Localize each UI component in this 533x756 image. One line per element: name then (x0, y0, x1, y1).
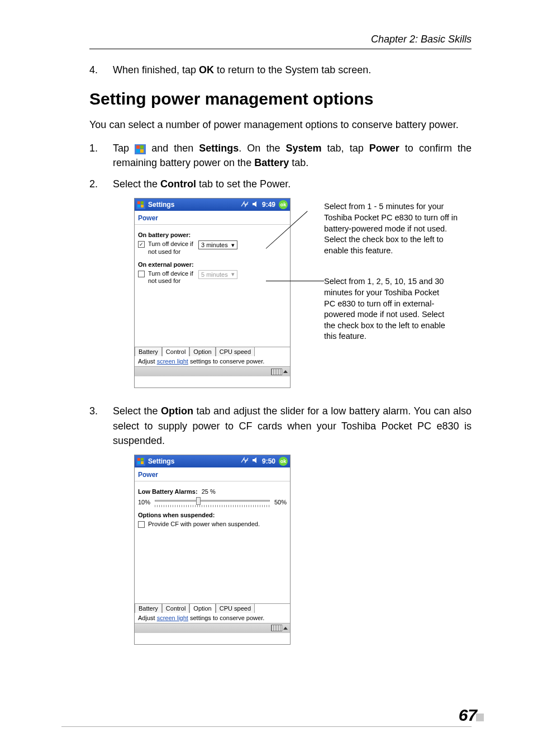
pda-tabs: Battery Control Option CPU speed (135, 603, 290, 613)
connectivity-icon[interactable] (241, 201, 249, 209)
text: . On the (239, 143, 285, 154)
connectivity-icon[interactable] (241, 457, 249, 465)
screen-light-link[interactable]: screen light (157, 615, 188, 621)
battery-minutes-dropdown[interactable]: 3 minutes ▾ (198, 240, 237, 249)
slider-min-label: 10% (138, 499, 150, 505)
step-1: 1. Tap and then Settings. On the System … (89, 141, 472, 170)
clock-text: 9:49 (262, 201, 275, 209)
pda-subtitle: Power (135, 467, 290, 481)
step-3: 3. Select the Option tab and adjust the … (89, 404, 472, 447)
volume-icon[interactable] (252, 201, 259, 209)
text: tab, tap (322, 143, 369, 154)
svg-rect-1 (136, 145, 140, 149)
clock-text: 9:50 (262, 457, 275, 465)
tab-option[interactable]: Option (189, 347, 215, 356)
external-turnoff-checkbox[interactable] (138, 271, 145, 277)
footer-link-text: Adjust screen light settings to conserve… (135, 613, 290, 623)
ok-button[interactable]: ok (279, 457, 288, 466)
start-menu-icon (135, 144, 146, 154)
low-battery-slider[interactable] (155, 498, 270, 506)
battery-power-label: On battery power: (138, 231, 287, 238)
page-corner-decoration (476, 714, 484, 721)
header-rule (89, 49, 472, 49)
external-minutes-dropdown[interactable]: 5 minutes ▾ (198, 270, 237, 279)
svg-rect-6 (137, 201, 140, 204)
input-panel-arrow-icon[interactable] (283, 627, 288, 630)
text: Adjust (138, 615, 157, 621)
tab-cpu-speed[interactable]: CPU speed (216, 603, 255, 613)
screen-light-link[interactable]: screen light (157, 358, 188, 365)
intro-paragraph: You can select a number of power managem… (89, 117, 472, 132)
text: Adjust (138, 358, 157, 365)
pda-subtitle: Power (135, 211, 290, 225)
tab-battery[interactable]: Battery (135, 347, 162, 356)
footer-link-text: Adjust screen light settings to conserve… (135, 356, 290, 366)
keyboard-icon[interactable] (271, 625, 282, 631)
volume-icon[interactable] (252, 457, 259, 465)
text: settings to conserve power. (188, 615, 264, 621)
low-battery-label: Low Battery Alarms: (138, 488, 198, 495)
external-power-label: On external power: (138, 261, 287, 268)
slider-max-label: 50% (274, 499, 287, 505)
pda-screenshot-2: Settings 9:50 ok Power Low Battery Alarm… (134, 455, 291, 645)
pda-title-bar: Settings 9:50 ok (135, 455, 290, 467)
tab-control[interactable]: Control (162, 347, 189, 356)
cf-power-label: Provide CF with power when suspended. (148, 521, 260, 527)
section-heading: Setting power management options (89, 89, 472, 108)
svg-rect-2 (140, 145, 144, 149)
input-panel-bar (135, 623, 290, 633)
text: and then (146, 143, 199, 154)
step-text: Select the Control tab to set the Power. (113, 177, 472, 191)
start-menu-icon[interactable] (135, 199, 147, 211)
tab-control[interactable]: Control (162, 603, 189, 613)
cf-power-checkbox[interactable] (138, 521, 145, 528)
svg-rect-11 (137, 458, 140, 461)
tab-option[interactable]: Option (189, 603, 215, 613)
external-checkbox-label: Turn off device if not used for (148, 270, 195, 285)
bold: Battery (254, 157, 289, 168)
dropdown-value: 3 minutes (201, 242, 228, 248)
callout-line (266, 281, 324, 281)
text: When finished, tap (113, 64, 199, 75)
bold: Settings (199, 143, 239, 154)
svg-rect-13 (137, 461, 140, 464)
step-number: 4. (89, 63, 113, 77)
figure-1: Settings 9:49 ok Power On battery power:… (134, 198, 472, 394)
slider-thumb[interactable] (196, 497, 201, 505)
tab-cpu-speed[interactable]: CPU speed (216, 347, 255, 356)
pda-title-bar: Settings 9:49 ok (135, 199, 290, 211)
step-number: 3. (89, 404, 113, 447)
step-4: 4. When finished, tap OK to return to th… (89, 63, 472, 77)
svg-rect-12 (141, 458, 144, 461)
start-menu-icon[interactable] (135, 455, 147, 467)
keyboard-icon[interactable] (271, 368, 282, 375)
svg-rect-4 (140, 149, 144, 153)
pda-screenshot-1: Settings 9:49 ok Power On battery power:… (134, 198, 291, 388)
battery-checkbox-label: Turn off device if not used for (148, 240, 195, 255)
pda-tabs: Battery Control Option CPU speed (135, 347, 290, 356)
battery-turnoff-checkbox[interactable]: ✓ (138, 241, 145, 248)
callout-1: Select from 1 - 5 minutes for your Toshi… (324, 201, 464, 256)
input-panel-arrow-icon[interactable] (283, 370, 288, 373)
text: tab. (289, 157, 308, 168)
low-battery-value: 25 % (202, 488, 216, 495)
step-text: Select the Option tab and adjust the sli… (113, 404, 472, 447)
chapter-header: Chapter 2: Basic Skills (89, 34, 472, 45)
svg-rect-14 (141, 461, 144, 464)
step-number: 2. (89, 177, 113, 191)
input-panel-bar (135, 366, 290, 376)
bold: System (286, 143, 322, 154)
step-text: Tap and then Settings. On the System tab… (113, 141, 472, 170)
text: Select the (113, 178, 160, 190)
dropdown-value: 5 minutes (201, 271, 228, 278)
ok-button[interactable]: ok (279, 200, 288, 209)
page-number: 67 (459, 706, 477, 725)
callout-2: Select from 1, 2, 5, 10, 15 and 30 minut… (324, 276, 450, 342)
step-2: 2. Select the Control tab to set the Pow… (89, 177, 472, 191)
svg-rect-8 (137, 205, 140, 207)
footer-rule (61, 726, 472, 727)
chevron-down-icon: ▾ (231, 242, 235, 249)
tab-battery[interactable]: Battery (135, 603, 162, 613)
bold: Power (369, 143, 399, 154)
chevron-down-icon: ▾ (231, 271, 235, 278)
